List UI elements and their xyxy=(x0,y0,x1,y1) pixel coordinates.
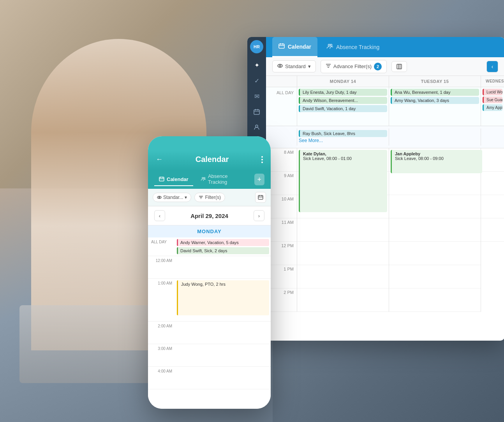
desktop-app-window: HR ✦ ✓ ✉ ☰ ⊞ xyxy=(247,37,504,341)
sidebar-item-people[interactable] xyxy=(250,120,264,134)
jan-appleby-name: Jan Appleby xyxy=(395,151,479,156)
phone-filter-label: Filter(s) xyxy=(205,195,221,200)
calendar-tab-icon xyxy=(278,43,285,51)
timed-section: 8 AM 9 AM 10 AM 11 AM 12 PM 1 PM 2 PM xyxy=(266,148,504,312)
calendar-grid: MONDAY 14 TUESDAY 15 WEDNESDAY ALL DAY L… xyxy=(266,76,504,341)
prev-nav-button[interactable]: ‹ xyxy=(486,61,498,72)
wednesday-empty-col xyxy=(481,128,504,146)
tuesday-empty-col xyxy=(389,128,481,146)
event-andy-wilson[interactable]: Andy Wilson, Bereavement... xyxy=(299,97,387,104)
svg-rect-24 xyxy=(258,195,263,199)
event-lucid-wolf[interactable]: Lucid Wolf, Sick xyxy=(483,89,502,95)
row-11am-tuesday xyxy=(389,218,481,242)
tab-absence-tracking[interactable]: Absence Tracking xyxy=(321,37,386,57)
menu-dot-1 xyxy=(261,156,263,158)
svg-rect-5 xyxy=(279,44,284,48)
phone-toolbar: Standar... ▾ Filter(s) xyxy=(148,189,271,206)
phone-view-selector[interactable]: Standar... ▾ xyxy=(153,193,191,202)
row-9am-tuesday xyxy=(389,172,481,195)
phone-next-button[interactable]: › xyxy=(254,210,264,221)
phone-title: Calendar xyxy=(196,155,229,164)
tuesday-all-day-col: Ana Wu, Bereavement, 1 day Amy Wang, Vac… xyxy=(389,87,481,126)
phone-time-label-3am: 3:00 AM xyxy=(148,344,175,366)
monday-header: MONDAY 14 xyxy=(297,76,389,87)
phone-event-judy-wong[interactable]: Judy Wong, PTO, 2 hrs xyxy=(177,280,269,315)
wednesday-timed-col xyxy=(481,148,504,312)
tab-calendar[interactable]: Calendar xyxy=(272,37,317,57)
phone-time-row-12am: 12:00 AM xyxy=(148,256,271,279)
filter-button[interactable]: Advance Filter(s) 2 xyxy=(321,60,387,73)
raybush-event-col: Ray Bush, Sick Leave, 8hrs See More... xyxy=(297,128,389,146)
svg-rect-0 xyxy=(254,110,259,114)
sidebar-item-calendar[interactable] xyxy=(250,105,264,119)
event-sue-guard[interactable]: Sue Guard, Sick xyxy=(483,97,502,103)
phone-filter-button[interactable]: Filter(s) xyxy=(194,193,225,202)
phone-time-label-1am: 1:00 AM xyxy=(148,279,175,321)
main-content: Calendar Absence Tracking xyxy=(266,37,504,341)
svg-point-10 xyxy=(330,44,332,46)
phone-back-button[interactable]: ← xyxy=(156,155,163,164)
row-1pm-tuesday xyxy=(389,265,481,288)
phone-tab-absence[interactable]: Absence Tracking xyxy=(196,170,248,189)
svg-point-21 xyxy=(204,178,205,179)
phone-menu-button[interactable] xyxy=(261,156,263,163)
phone-event-andy-warner[interactable]: Andy Warner, Vacation, 5 days xyxy=(177,239,269,246)
phone-mockup: ← Calendar Calendar Absence xyxy=(148,136,271,409)
phone-prev-button[interactable]: ‹ xyxy=(154,210,165,221)
menu-dot-3 xyxy=(261,162,263,163)
tab-bar: Calendar Absence Tracking xyxy=(266,37,504,57)
event-ana-wu[interactable]: Ana Wu, Bereavement, 1 day xyxy=(391,89,479,96)
menu-dot-2 xyxy=(261,159,263,160)
phone-calendar-icon[interactable] xyxy=(255,192,266,203)
phone-notch xyxy=(148,136,271,150)
phone-allday-events: Andy Warner, Vacation, 5 days David Swif… xyxy=(175,237,271,256)
app-logo[interactable]: HR xyxy=(250,40,263,53)
tuesday-timed-col: Jan Appleby Sick Leave, 08:00 - 09:00 xyxy=(389,148,481,312)
phone-day-header: MONDAY xyxy=(148,225,271,237)
phone-header: ← Calendar xyxy=(148,150,271,170)
wednesday-all-day-col: Lucid Wolf, Sick Sue Guard, Sick Amy App… xyxy=(481,87,504,126)
svg-point-20 xyxy=(202,178,203,179)
absence-tab-icon xyxy=(327,43,333,51)
phone-event-content-4am xyxy=(175,367,271,389)
phone-absence-tab-label: Absence Tracking xyxy=(208,173,243,185)
event-amy-wang[interactable]: Amy Wang, Vacation, 3 days xyxy=(391,97,479,104)
event-ray-bush[interactable]: Ray Bush, Sick Leave, 8hrs xyxy=(299,130,387,137)
sidebar-item-home[interactable]: ✦ xyxy=(250,58,264,72)
svg-point-23 xyxy=(159,197,160,198)
absence-tab-label: Absence Tracking xyxy=(336,44,379,50)
phone-add-button[interactable]: + xyxy=(254,174,264,185)
view-selector[interactable]: Standard ▾ xyxy=(272,60,316,72)
phone-event-david-swift[interactable]: David Swift, Sick, 2 days xyxy=(177,247,269,254)
raybush-row: Ray Bush, Sick Leave, 8hrs See More... xyxy=(266,126,504,148)
row-11am-wed xyxy=(481,218,504,242)
monday-all-day-col: Lily Enesta, Jury Duty, 1 day Andy Wilso… xyxy=(297,87,389,126)
columns-button[interactable] xyxy=(391,61,407,72)
event-amy-appleby[interactable]: Amy Appleby, V xyxy=(483,104,502,111)
svg-point-4 xyxy=(256,125,258,127)
day-headers-row: MONDAY 14 TUESDAY 15 WEDNESDAY xyxy=(266,76,504,87)
calendar-tab-label: Calendar xyxy=(288,44,311,50)
sidebar-item-tasks[interactable]: ✓ xyxy=(250,74,264,88)
kate-dylan-detail: Sick Leave, 08:00 - 01:00 xyxy=(303,156,384,161)
event-david-swift[interactable]: David Swift, Vacation, 1 day xyxy=(299,105,387,112)
row-11am-monday xyxy=(297,218,389,242)
sidebar-item-mail[interactable]: ✉ xyxy=(250,89,264,103)
event-jan-appleby[interactable]: Jan Appleby Sick Leave, 08:00 - 09:00 xyxy=(391,150,482,173)
view-label: Standard xyxy=(285,63,306,69)
phone-tab-calendar[interactable]: Calendar xyxy=(154,173,193,186)
see-more-link[interactable]: See More... xyxy=(299,137,387,144)
row-1pm-monday xyxy=(297,265,389,288)
phone-time-section: 12:00 AM 1:00 AM Judy Wong, PTO, 2 hrs 2… xyxy=(148,256,271,389)
phone-time-label-12am: 12:00 AM xyxy=(148,256,175,278)
phone-view-label: Standar... xyxy=(163,195,183,200)
row-8am-tuesday: Jan Appleby Sick Leave, 08:00 - 09:00 xyxy=(389,148,481,172)
phone-time-row-1am: 1:00 AM Judy Wong, PTO, 2 hrs xyxy=(148,279,271,322)
phone-time-label-4am: 4:00 AM xyxy=(148,367,175,389)
filter-label: Advance Filter(s) xyxy=(333,63,372,69)
kate-dylan-name: Kate Dylan, xyxy=(303,151,384,156)
event-lily-enesta[interactable]: Lily Enesta, Jury Duty, 1 day xyxy=(299,89,387,96)
event-kate-dylan[interactable]: Kate Dylan, Sick Leave, 08:00 - 01:00 xyxy=(299,150,387,212)
jan-appleby-detail: Sick Leave, 08:00 - 09:00 xyxy=(395,156,479,161)
phone-date-nav: ‹ April 29, 2024 › xyxy=(148,206,271,225)
